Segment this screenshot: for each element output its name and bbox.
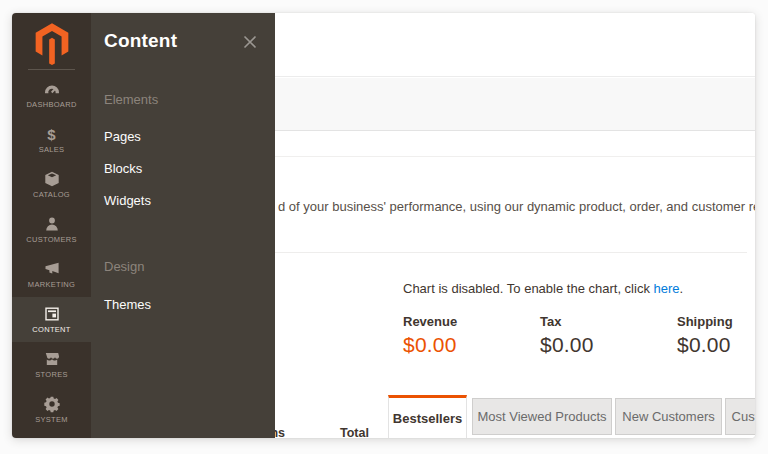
sidebar-item-label: SYSTEM (35, 415, 68, 424)
menu-item-themes[interactable]: Themes (104, 297, 151, 312)
sales-icon: $ (47, 126, 55, 143)
advanced-reporting-description: d of your business' performance, using o… (275, 199, 755, 214)
sidebar-item-stores[interactable]: STORES (12, 342, 91, 387)
sidebar-item-customers[interactable]: CUSTOMERS (12, 207, 91, 252)
menu-item-pages[interactable]: Pages (104, 129, 141, 144)
stat-tax: Tax $0.00 (540, 314, 594, 357)
stat-tax-value: $0.00 (540, 333, 594, 357)
sidebar-item-content[interactable]: CONTENT (12, 297, 91, 342)
magento-logo-icon (33, 22, 71, 66)
sidebar-item-marketing[interactable]: MARKETING (12, 252, 91, 297)
sidebar-item-label: MARKETING (28, 280, 75, 289)
sidebar-item-label: CATALOG (33, 190, 70, 199)
admin-sidebar: DASHBOARD $ SALES CATALOG CUSTOMERS MARK… (12, 13, 91, 438)
menu-item-blocks[interactable]: Blocks (104, 161, 142, 176)
magento-logo[interactable] (12, 13, 91, 65)
content-flyout-menu: Content Elements Pages Blocks Widgets De… (91, 13, 275, 438)
stat-revenue-label: Revenue (403, 314, 457, 329)
sidebar-item-label: DASHBOARD (26, 100, 76, 109)
stat-shipping-label: Shipping (677, 314, 733, 329)
admin-window: d of your business' performance, using o… (12, 13, 755, 438)
stores-icon (43, 351, 61, 368)
stat-revenue: Revenue $0.00 (403, 314, 457, 357)
sidebar-item-label: SALES (39, 145, 65, 154)
enable-chart-link[interactable]: here (654, 281, 680, 296)
flyout-section-design: Design (104, 259, 144, 274)
content-icon (43, 306, 61, 323)
sidebar-item-label: CONTENT (32, 325, 70, 334)
close-icon-glyph (242, 34, 258, 50)
marketing-icon (43, 261, 61, 278)
stat-tax-label: Tax (540, 314, 594, 329)
dashboard-icon (43, 81, 61, 98)
sidebar-item-system[interactable]: SYSTEM (12, 387, 91, 432)
sidebar-item-sales[interactable]: $ SALES (12, 117, 91, 162)
chart-disabled-suffix: . (680, 281, 684, 296)
tab-new-customers[interactable]: New Customers (615, 398, 722, 435)
sidebar-divider (28, 69, 75, 70)
sidebar-item-label: CUSTOMERS (26, 235, 76, 244)
flyout-title: Content (104, 30, 177, 52)
sidebar-item-label: STORES (35, 370, 68, 379)
stat-shipping: Shipping $0.00 (677, 314, 733, 357)
tab-bestsellers[interactable]: Bestsellers (388, 395, 467, 438)
tab-most-viewed-products[interactable]: Most Viewed Products (472, 398, 612, 435)
stat-shipping-value: $0.00 (677, 333, 733, 357)
tab-customers[interactable]: Customers (725, 398, 755, 435)
close-icon[interactable] (242, 34, 258, 50)
catalog-icon (43, 171, 61, 188)
orders-column-total: Total (340, 426, 369, 438)
flyout-section-elements: Elements (104, 92, 158, 107)
chart-disabled-text: Chart is disabled. To enable the chart, … (403, 281, 654, 296)
system-icon (43, 396, 61, 413)
stat-revenue-value: $0.00 (403, 333, 457, 357)
sidebar-item-dashboard[interactable]: DASHBOARD (12, 72, 91, 117)
customers-icon (43, 216, 61, 233)
menu-item-widgets[interactable]: Widgets (104, 193, 151, 208)
chart-disabled-notice: Chart is disabled. To enable the chart, … (403, 281, 683, 296)
sidebar-item-catalog[interactable]: CATALOG (12, 162, 91, 207)
